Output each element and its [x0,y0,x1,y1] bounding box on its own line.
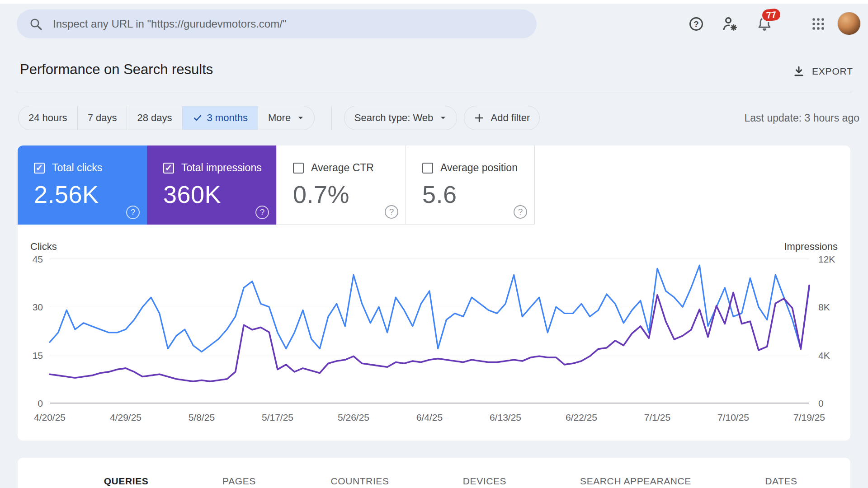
dimension-tabs-panel: QUERIES PAGES COUNTRIES DEVICES SEARCH A… [18,458,850,488]
x-axis-date-label: 5/8/25 [189,412,215,422]
help-icon[interactable]: ? [255,206,269,219]
search-icon [28,17,43,31]
tab-dates[interactable]: DATES [765,476,797,487]
x-axis-date-label: 7/19/25 [793,412,825,422]
chip-3-months[interactable]: 3 months [183,106,259,130]
chevron-down-icon [297,114,304,122]
check-icon [193,113,203,123]
x-axis-date-label: 5/17/25 [262,412,293,422]
last-update-text: Last update: 3 hours ago [745,112,859,124]
metric-tile-total-clicks[interactable]: ✓ Total clicks 2.56K ? [18,145,147,225]
add-filter-button[interactable]: Add filter [464,106,540,130]
chip-more[interactable]: More [258,106,314,130]
metric-tile-average-position[interactable]: Average position 5.6 ? [406,145,535,225]
export-button[interactable]: EXPORT [792,62,853,80]
avatar[interactable] [837,12,861,35]
performance-panel: ✓ Total clicks 2.56K ? ✓ Total impressio… [18,145,850,441]
metric-tile-average-ctr[interactable]: Average CTR 0.7% ? [276,145,406,225]
tab-countries[interactable]: COUNTRIES [330,476,389,487]
series-line-total-clicks [50,265,809,352]
left-axis-tick: 30 [33,302,43,312]
checkbox-total-clicks[interactable]: ✓ [34,163,45,174]
performance-line-chart[interactable]: ClicksImpressions453015012K8K4K04/20/254… [18,225,850,441]
chip-28-days[interactable]: 28 days [127,106,182,130]
url-inspect-search-bar[interactable]: Inspect any URL in "https://gurudevmotor… [17,9,537,38]
date-range-chip-group: 24 hours 7 days 28 days 3 months More [18,106,315,130]
chevron-down-icon [439,114,447,122]
notification-count-badge: 77 [761,7,782,23]
right-axis-tick: 4K [818,350,830,361]
metric-value: 2.56K [34,180,147,208]
x-axis-date-label: 7/1/25 [644,412,670,422]
checkbox-average-ctr[interactable] [293,163,304,174]
right-axis-tick: 8K [818,302,830,312]
x-axis-date-label: 6/4/25 [416,412,443,422]
x-axis-date-label: 4/29/25 [110,412,142,422]
metric-value: 5.6 [422,180,534,208]
x-axis-date-label: 4/20/25 [34,412,66,422]
metric-tile-total-impressions[interactable]: ✓ Total impressions 360K ? [147,145,276,225]
apps-grid-icon[interactable] [810,15,827,33]
left-axis-tick: 15 [33,350,43,361]
metric-value: 360K [163,180,276,208]
tab-search-appearance[interactable]: SEARCH APPEARANCE [580,476,691,487]
right-axis-title: Impressions [784,241,838,252]
left-axis-title: Clicks [30,241,57,252]
tab-queries[interactable]: QUERIES [104,476,149,487]
metric-value: 0.7% [293,180,406,208]
header-divider [16,93,852,93]
filter-row-separator [331,107,332,130]
help-icon[interactable]: ? [514,205,527,219]
right-axis-tick: 12K [818,254,835,264]
search-type-dropdown[interactable]: Search type: Web [344,106,457,130]
left-axis-tick: 0 [38,398,43,408]
x-axis-date-label: 6/22/25 [566,412,597,422]
plus-icon [474,113,485,123]
chip-24-hours[interactable]: 24 hours [19,106,78,130]
checkbox-total-impressions[interactable]: ✓ [163,163,174,174]
page-title: Performance on Search results [20,61,213,78]
tab-pages[interactable]: PAGES [222,476,256,487]
left-axis-tick: 45 [33,254,43,264]
tab-devices[interactable]: DEVICES [463,476,506,487]
checkbox-average-position[interactable] [422,163,433,174]
top-edge [0,0,868,4]
help-icon[interactable]: ? [385,205,398,219]
x-axis-date-label: 5/26/25 [338,412,369,422]
search-placeholder: Inspect any URL in "https://gurudevmotor… [53,18,286,30]
x-axis-date-label: 7/10/25 [717,412,749,422]
help-icon[interactable]: ? [126,206,140,219]
svg-text:?: ? [693,19,698,29]
chip-7-days[interactable]: 7 days [78,106,127,130]
right-axis-tick: 0 [818,398,824,408]
x-axis-date-label: 6/13/25 [490,412,521,422]
help-icon[interactable]: ? [688,15,705,33]
download-icon [792,65,806,78]
export-label: EXPORT [812,66,853,77]
user-settings-icon[interactable] [722,15,739,33]
